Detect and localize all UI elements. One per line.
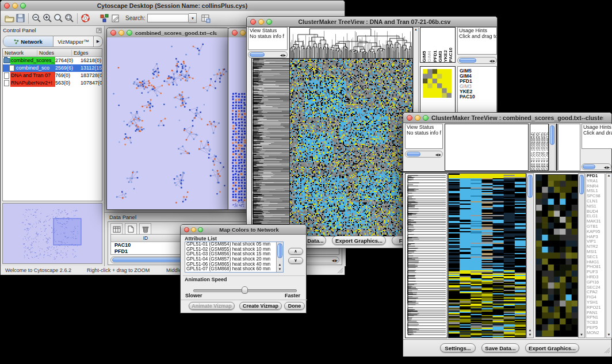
tv2-zoom-heatmap[interactable] xyxy=(536,174,578,337)
network-view-canvas[interactable] xyxy=(107,37,228,209)
new-attribute-icon[interactable] xyxy=(125,223,137,235)
tv2-heatmap[interactable] xyxy=(448,173,526,338)
tv2-labels-vscrollbar[interactable] xyxy=(549,124,556,171)
attribute-list-item[interactable]: GPL51-06 (GSM865) heat shock 40 min xyxy=(185,262,276,267)
column-label[interactable]: GIM4 xyxy=(427,28,432,62)
gene-label[interactable]: NTR2 xyxy=(587,244,605,250)
gene-label[interactable]: HAP3 xyxy=(587,235,605,240)
gene-label[interactable]: TCB3 xyxy=(587,320,605,325)
gene-label[interactable]: MSI1 xyxy=(587,250,605,255)
gene-label[interactable]: SEC1 xyxy=(587,255,605,260)
gene-label[interactable]: KAP95 xyxy=(587,229,605,235)
data-column-header[interactable]: ID xyxy=(111,235,181,241)
minimize-button[interactable] xyxy=(415,115,420,121)
main-titlebar[interactable]: Cytoscape Desktop (Session Name: collins… xyxy=(1,1,345,12)
minimize-button[interactable] xyxy=(118,30,124,36)
gene-label[interactable]: BUD4 xyxy=(587,209,605,214)
delete-attribute-icon[interactable] xyxy=(139,223,151,235)
minimize-button[interactable] xyxy=(191,227,196,232)
gene-label[interactable]: CPA2 xyxy=(587,290,605,295)
tv1-column-dendrogram[interactable] xyxy=(289,27,413,59)
gene-label[interactable]: MON2 xyxy=(587,331,605,336)
select-attributes-icon[interactable] xyxy=(110,223,123,235)
minimize-button[interactable] xyxy=(240,30,246,36)
save-icon[interactable] xyxy=(15,13,26,24)
column-label[interactable]: GIM5 xyxy=(422,28,427,62)
tv1-usage-hscrollbar[interactable]: ◀▶ xyxy=(457,57,497,64)
export-graphics-button[interactable]: Export Graphics... xyxy=(525,343,579,352)
close-button[interactable] xyxy=(250,19,256,25)
zoom-button[interactable] xyxy=(127,30,132,36)
close-button[interactable] xyxy=(184,227,189,232)
tv1-left-hscrollbar[interactable]: ◀▶ xyxy=(248,51,288,58)
gene-label[interactable]: PAN1 xyxy=(587,311,605,316)
gene-label[interactable]: MAK31 xyxy=(587,219,605,224)
save-data-button[interactable]: Save Data... xyxy=(481,343,519,352)
attribute-list-item[interactable]: GPL51-01 (GSM854) heat shock 05 min xyxy=(185,242,276,247)
tv2-usage-hscrollbar[interactable]: ◀▶ xyxy=(582,163,611,170)
treeview1-titlebar[interactable]: ClusterMaker TreeView : DNA and Tran 07-… xyxy=(247,17,497,27)
float-panel-icon[interactable] xyxy=(96,25,102,36)
network-overview-panel[interactable] xyxy=(2,203,102,264)
zoom-button[interactable] xyxy=(266,19,272,25)
vizmapper-icon[interactable] xyxy=(99,13,110,24)
move-up-button[interactable]: ∧ xyxy=(288,248,303,255)
gene-label[interactable]: SPC98 xyxy=(587,194,605,199)
gene-label[interactable]: SEC24 xyxy=(587,285,605,290)
zoom-in-icon[interactable] xyxy=(42,13,53,24)
column-label[interactable]: GIM3 xyxy=(438,28,443,62)
node-attribute-browser-tab[interactable]: Node Attribute Brows xyxy=(124,265,188,265)
help-lifesaver-icon[interactable] xyxy=(80,13,91,24)
move-down-button[interactable]: ∨ xyxy=(288,257,303,264)
column-label[interactable]: GPL51-07 (GSM868) xyxy=(543,124,545,170)
column-header[interactable]: Edges xyxy=(72,50,102,56)
gene-label[interactable]: GIM4 xyxy=(460,74,496,79)
attribute-list-item[interactable]: GPL51-07 (GSM868) heat shock 60 min xyxy=(185,267,276,272)
tv2-left-hscrollbar[interactable]: ◀▶ xyxy=(405,151,443,158)
zoom-out-icon[interactable] xyxy=(31,13,42,24)
attribute-list-item[interactable]: GPL51-03 (GSM856) heat shock 15 min xyxy=(185,252,276,257)
network-row[interactable]: RNAPuberNov2+! 563(0) 107847(0) xyxy=(3,79,102,87)
gene-label[interactable]: PAC10 xyxy=(460,94,496,99)
tv2-heatmap-vscrollbar[interactable]: ▲ ▼ xyxy=(526,173,534,338)
resize-grip[interactable] xyxy=(336,267,343,275)
dialog-titlebar[interactable]: Map Colors to Network xyxy=(181,225,306,235)
animation-speed-slider[interactable] xyxy=(193,286,296,294)
slider-thumb[interactable] xyxy=(242,286,248,294)
minimize-button[interactable] xyxy=(12,3,18,9)
tab-vizmapper[interactable]: VizMapper™ xyxy=(53,36,94,47)
tv1-similarity-matrix[interactable] xyxy=(423,69,452,98)
gene-label[interactable]: YSH1 xyxy=(587,300,605,305)
gene-label[interactable]: MSL1 xyxy=(587,189,605,194)
attribute-list-item[interactable]: GPL51-02 (GSM855) heat shock 10 min xyxy=(185,247,276,252)
gene-label[interactable]: HRD3 xyxy=(587,275,605,280)
resize-grip[interactable] xyxy=(603,346,610,356)
tv1-heatmap[interactable] xyxy=(289,58,413,236)
tv2-gene-vscrollbar[interactable]: ▲ ▼ xyxy=(606,173,612,338)
gene-label[interactable]: PEP5 xyxy=(587,325,605,331)
network-row[interactable]: combined_scores_ 2764(0) 16218(0) xyxy=(3,57,102,64)
gene-label[interactable]: RNR4 xyxy=(587,184,605,189)
column-header[interactable]: Network xyxy=(3,50,37,56)
search-input[interactable] xyxy=(147,14,189,22)
close-button[interactable] xyxy=(4,3,10,9)
treeview2-titlebar[interactable]: ClusterMaker TreeView : combined_scores_… xyxy=(403,113,611,123)
gene-label[interactable]: GIM3 xyxy=(460,84,496,89)
gene-label[interactable]: HMG1 xyxy=(587,260,605,265)
tab-overflow-arrow[interactable]: ▶ xyxy=(94,36,102,47)
minimize-button[interactable] xyxy=(258,19,264,25)
close-button[interactable] xyxy=(232,30,238,36)
gene-label[interactable]: GTB1 xyxy=(587,224,605,229)
tv2-top-dendrogram-space[interactable] xyxy=(445,124,529,171)
open-file-icon[interactable] xyxy=(4,13,15,24)
tv2-zoom-vscrollbar[interactable]: ▼ xyxy=(578,173,585,338)
gene-label[interactable]: GIM5 xyxy=(460,68,496,74)
network-view-titlebar[interactable]: combined_scores_good.txt--cluste... xyxy=(107,28,228,38)
close-button[interactable] xyxy=(110,30,116,36)
gene-label[interactable]: ELG1 xyxy=(587,214,605,219)
zoom-button[interactable] xyxy=(198,227,203,232)
network-overview-canvas[interactable] xyxy=(3,204,102,263)
close-button[interactable] xyxy=(407,115,412,121)
attribute-list[interactable]: GPL51-01 (GSM854) heat shock 05 minGPL51… xyxy=(185,242,284,273)
tv2-row-dendrogram[interactable] xyxy=(405,173,447,338)
